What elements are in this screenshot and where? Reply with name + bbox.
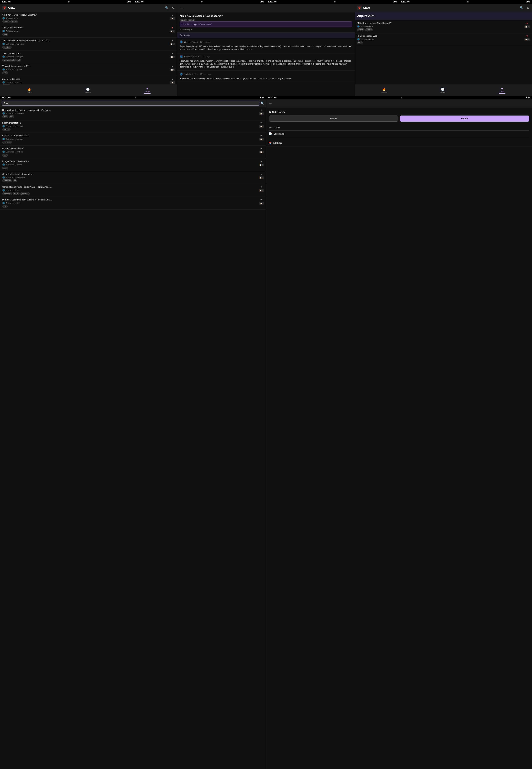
back-button[interactable]: ← bbox=[180, 5, 184, 10]
feed-item-2[interactable]: The slow evaporation of the free/open so… bbox=[0, 38, 177, 50]
bookmark-icon-0: 📋 bbox=[171, 18, 173, 19]
feed-item-0[interactable]: "This Key is Useless Now. Discard?" 🌐 Au… bbox=[0, 12, 177, 25]
bookmark-btn-0[interactable]: 📋 bbox=[170, 17, 175, 20]
search-item-2[interactable]: CHERIoT: A Study in CHERI 🌐 Submitted by… bbox=[0, 133, 266, 146]
search-item-5[interactable]: Compiler front-end infrastructure 🌐 Subm… bbox=[0, 171, 266, 184]
tag-design[interactable]: design bbox=[180, 19, 187, 21]
bookmark-count-3: 4 bbox=[173, 56, 174, 58]
search-like-btn-6[interactable]: ♥ bbox=[260, 186, 262, 189]
saved-bookmark-btn-1[interactable]: 📋54 bbox=[524, 38, 530, 41]
saved-item-0[interactable]: "This Key is Useless Now. Discard?" 🌐 Su… bbox=[355, 20, 532, 33]
bookmark-btn-5[interactable]: 📋 bbox=[170, 81, 175, 84]
search-bookmark-btn-6[interactable]: 📋 0 bbox=[259, 189, 264, 192]
tag-0-0[interactable]: design bbox=[2, 20, 10, 23]
export-back-button[interactable]: ← bbox=[268, 101, 273, 106]
search-item-3[interactable]: Rust dylib rabbit holes 🌐 Submitted by j… bbox=[0, 146, 266, 158]
feed-item-4[interactable]: Typing lists and tuples in Elixir 🌐 Subm… bbox=[0, 63, 177, 76]
search-item-tags-1: security bbox=[2, 128, 257, 131]
nav-newest-3[interactable]: 🕐 Newest bbox=[438, 87, 447, 94]
search-like-btn-5[interactable]: ♥ bbox=[260, 173, 262, 176]
tag-0-1[interactable]: games bbox=[10, 20, 18, 23]
feed-item-3[interactable]: The Future of TLA+ 🌐 Submitted by hwayne… bbox=[0, 50, 177, 63]
bookmark-btn-2[interactable]: 📋21 bbox=[170, 43, 175, 45]
search-bookmark-btn-3[interactable]: 📋 bbox=[259, 151, 264, 153]
saved-tag-1-0[interactable]: web bbox=[357, 41, 363, 44]
article-link[interactable]: https://btxx.org/posts/useless-key/ bbox=[180, 21, 352, 27]
search-bookmark-btn-4[interactable]: 📋 0 bbox=[259, 164, 264, 166]
saved-tag-0-1[interactable]: games bbox=[365, 28, 373, 31]
search-bookmark-btn-7[interactable]: 📋 bbox=[259, 202, 264, 204]
search-bookmark-btn-0[interactable]: 📋 bbox=[259, 112, 264, 115]
tag-4-0[interactable]: elixir bbox=[2, 71, 8, 74]
search-button-3[interactable]: 🔍 bbox=[520, 6, 524, 10]
like-btn-5[interactable]: ♥ bbox=[172, 78, 173, 81]
saved-item-1[interactable]: The Monospace Web 🌐 Submitted by owi web… bbox=[355, 33, 532, 46]
nav-saved-3[interactable]: ♥ Saved bbox=[497, 86, 507, 94]
filter-button-3[interactable]: ⚙ bbox=[526, 6, 530, 10]
search-item-4[interactable]: Integer Generic Parameters 🌐 Submitted b… bbox=[0, 158, 266, 171]
nav-hottest-3[interactable]: 🔥 Hottest bbox=[379, 87, 389, 94]
tag-games[interactable]: games bbox=[188, 19, 195, 21]
search-submit-btn[interactable]: 🔍 bbox=[261, 102, 264, 105]
tag-3-0[interactable]: formalmethods bbox=[2, 59, 16, 61]
like-btn-2[interactable]: ♥ bbox=[172, 39, 173, 42]
nav-saved-1[interactable]: ♥ Saved bbox=[142, 86, 153, 94]
tag-1-0[interactable]: web bbox=[2, 33, 8, 36]
search-tag-5-1[interactable]: plt bbox=[13, 179, 17, 182]
search-tag-6-0[interactable]: compilers bbox=[2, 192, 12, 195]
search-tag-6-2[interactable]: javascript bbox=[20, 192, 30, 195]
search-tag-7-0[interactable]: rust bbox=[2, 205, 8, 208]
bookmark-btn-1[interactable]: 📋54 bbox=[170, 30, 175, 33]
saved-avatar-0: 🌐 bbox=[357, 25, 360, 28]
search-like-btn-7[interactable]: ♥ bbox=[260, 198, 262, 201]
search-like-btn-0[interactable]: ♥ bbox=[260, 109, 262, 112]
search-tag-4-0[interactable]: swift bbox=[2, 167, 8, 169]
search-item-1[interactable]: Libolm Deprecation 🌐 Submitted by nogwei… bbox=[0, 120, 266, 133]
bookmark-btn-4[interactable]: 📋5 bbox=[170, 68, 175, 71]
search-like-btn-4[interactable]: ♥ bbox=[260, 160, 262, 163]
nav-hottest-1[interactable]: 🔥 Hottest bbox=[25, 87, 34, 94]
like-btn-4[interactable]: ♥ bbox=[172, 65, 173, 68]
time-2: 12:00 AM bbox=[135, 1, 144, 3]
search-bookmark-btn-5[interactable]: 📋 5 bbox=[259, 176, 264, 179]
feed-item-1[interactable]: The Monospace Web 🌐 Authored by owi web … bbox=[0, 25, 177, 38]
export-option-json[interactable]: </> JSON bbox=[269, 124, 530, 131]
saved-tag-0-0[interactable]: design bbox=[357, 28, 365, 31]
tag-2-0[interactable]: practices bbox=[2, 46, 11, 49]
like-btn-1[interactable]: ♥ bbox=[172, 26, 173, 29]
tag-3-1[interactable]: pdf bbox=[16, 59, 21, 61]
search-like-btn-2[interactable]: ♥ bbox=[260, 134, 262, 137]
saved-bookmark-btn-0[interactable]: 📋17 bbox=[524, 25, 530, 28]
search-tag-3-0[interactable]: rust bbox=[2, 154, 8, 157]
search-tag-6-1[interactable]: wasm bbox=[13, 192, 20, 195]
libraries-item[interactable]: 📚 Libraries bbox=[266, 140, 532, 146]
export-option-bookmarks[interactable]: 📑 Bookmarks bbox=[269, 131, 530, 137]
saved-like-btn-0[interactable]: ♥ bbox=[526, 22, 528, 25]
search-input[interactable] bbox=[2, 101, 259, 106]
search-like-btn-1[interactable]: ♥ bbox=[260, 122, 262, 124]
search-tag-0-0[interactable]: linux bbox=[2, 115, 8, 118]
import-button[interactable]: Import bbox=[269, 115, 398, 122]
nav-newest-1[interactable]: 🕐 Newest bbox=[83, 87, 93, 94]
feed-item-5[interactable]: Zotero, redesigned 🌐 Submitted by edoput… bbox=[0, 76, 177, 85]
search-tag-0-1[interactable]: rust bbox=[9, 115, 14, 118]
search-item-title-0: Retiring from the Rust for Linux project… bbox=[2, 109, 257, 111]
saved-like-btn-1[interactable]: ♥ bbox=[526, 35, 528, 38]
search-item-title-5: Compiler front-end infrastructure bbox=[2, 173, 257, 175]
search-item-7[interactable]: MiniJinja: Learnings from Building a Tem… bbox=[0, 197, 266, 210]
bookmark-btn-3[interactable]: 📋4 bbox=[170, 56, 175, 58]
search-tag-1-0[interactable]: security bbox=[2, 128, 11, 131]
search-item-6[interactable]: Compilation of JavaScript to Wasm, Part … bbox=[0, 184, 266, 197]
like-btn-0[interactable]: ♥ bbox=[172, 14, 173, 17]
like-btn-3[interactable]: ♥ bbox=[172, 52, 173, 55]
search-tag-5-0[interactable]: compilers bbox=[2, 179, 12, 182]
search-item-0[interactable]: Retiring from the Rust for Linux project… bbox=[0, 107, 266, 120]
export-button[interactable]: Export bbox=[400, 115, 529, 122]
app-logo-3: 🦞 bbox=[357, 6, 362, 10]
search-like-btn-3[interactable]: ♥ bbox=[260, 147, 262, 150]
search-tag-2-0[interactable]: hardware bbox=[2, 141, 12, 144]
search-bookmark-btn-2[interactable]: 📋 bbox=[259, 138, 264, 140]
filter-button-1[interactable]: ⚙ bbox=[172, 6, 175, 10]
search-bookmark-btn-1[interactable]: 📋 bbox=[259, 125, 264, 128]
search-button-1[interactable]: 🔍 bbox=[165, 6, 169, 10]
